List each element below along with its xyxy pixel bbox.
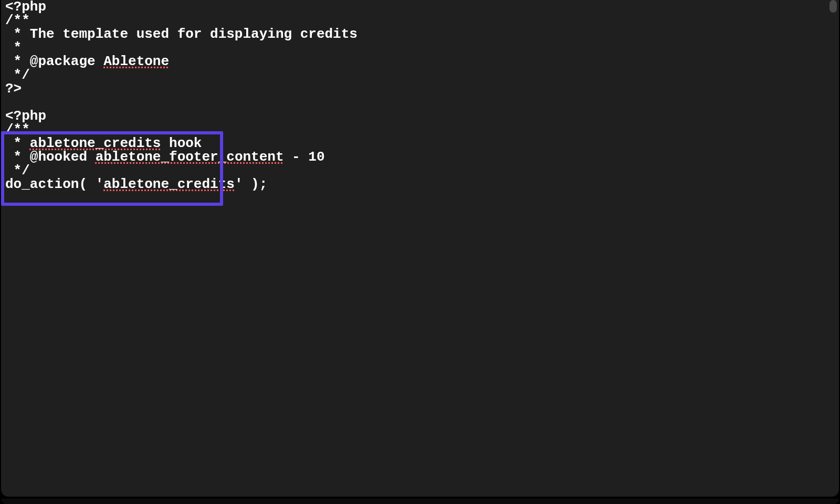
code-line[interactable]: * The template used for displaying credi… xyxy=(5,27,826,41)
code-line[interactable]: * @package Abletone xyxy=(5,55,826,68)
code-line[interactable]: /** xyxy=(5,14,826,27)
code-line[interactable]: * abletone_credits hook xyxy=(5,136,826,150)
code-line[interactable] xyxy=(5,96,826,109)
code-line[interactable]: do_action( 'abletone_credits' ); xyxy=(5,177,826,191)
scrollbar-thumb[interactable] xyxy=(830,0,837,13)
spell-underline: Abletone xyxy=(103,54,169,69)
code-area[interactable]: <?php/** * The template used for display… xyxy=(5,0,826,494)
editor-frame: <?php/** * The template used for display… xyxy=(1,0,839,497)
code-line[interactable]: <?php xyxy=(5,0,826,14)
status-strip xyxy=(1,499,839,504)
code-line[interactable]: * xyxy=(5,41,826,55)
scrollbar-track[interactable] xyxy=(828,0,838,497)
code-line[interactable]: ?> xyxy=(5,82,826,96)
code-line[interactable]: <?php xyxy=(5,109,826,123)
code-line[interactable]: * @hooked abletone_footer_content - 10 xyxy=(5,150,826,164)
spell-underline: abletone_footer_content xyxy=(96,149,284,165)
code-line[interactable]: /** xyxy=(5,123,826,136)
code-line[interactable]: */ xyxy=(5,68,826,82)
spell-underline: abletone_credits xyxy=(103,176,235,192)
code-line[interactable]: */ xyxy=(5,164,826,177)
